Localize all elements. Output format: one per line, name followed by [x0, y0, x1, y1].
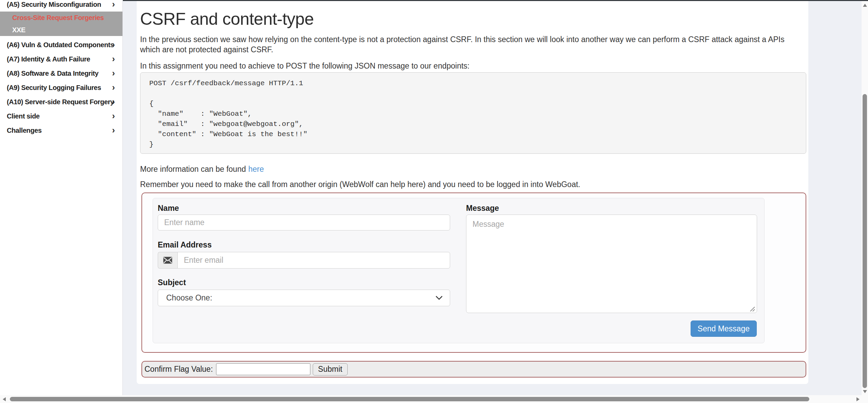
lesson-paragraph-intro: In the previous section we saw how relyi…	[140, 34, 806, 55]
vertical-scrollbar[interactable]	[862, 1, 868, 395]
page-background: CSRF and content-type In the previous se…	[123, 1, 862, 395]
message-textarea[interactable]	[466, 215, 757, 313]
chevron-right-icon: ›	[112, 97, 115, 106]
sidebar-item-label: XXE	[12, 26, 25, 34]
more-info-text: More information can be found	[140, 165, 246, 173]
chevron-right-icon: ›	[112, 83, 115, 92]
sidebar-item-client-side[interactable]: Client side ›	[0, 109, 122, 123]
email-label: Email Address	[158, 240, 212, 250]
chevron-down-icon	[435, 293, 443, 303]
horizontal-scrollbar[interactable]	[0, 395, 868, 403]
chevron-right-icon: ›	[112, 126, 115, 134]
message-label: Message	[466, 204, 499, 213]
scroll-down-arrow-icon[interactable]	[863, 390, 867, 393]
email-input-group	[158, 252, 450, 269]
lesson-sidebar: (A5) Security Misconfiguration › Cross-S…	[0, 1, 123, 395]
name-input[interactable]	[158, 215, 450, 231]
sidebar-item-cross-site-request-forgeries[interactable]: Cross-Site Request Forgeries	[0, 12, 122, 24]
chevron-right-icon: ›	[112, 69, 115, 77]
subject-label: Subject	[158, 278, 186, 287]
lesson-title: CSRF and content-type	[140, 9, 314, 29]
sidebar-item-label: (A8) Software & Data Integrity	[7, 70, 98, 77]
subject-selected-value: Choose One:	[166, 293, 212, 303]
sidebar-item-a8-software-data-integrity[interactable]: (A8) Software & Data Integrity ›	[0, 66, 122, 80]
horizontal-scrollbar-thumb[interactable]	[10, 397, 809, 401]
lesson-content-card: CSRF and content-type In the previous se…	[137, 1, 808, 384]
attack-form-container: Name Email Address	[141, 193, 806, 353]
sidebar-expanded-group: Cross-Site Request Forgeries XXE	[0, 12, 122, 36]
sidebar-item-a10-server-side-request-forgery[interactable]: (A10) Server-side Request Forgery ›	[0, 95, 122, 109]
sidebar-item-label: Challenges	[7, 127, 42, 134]
flag-submit-button[interactable]: Submit	[313, 363, 348, 375]
sidebar-item-label: (A6) Vuln & Outdated Components	[7, 41, 114, 49]
sidebar-item-a6-vuln-outdated-components[interactable]: (A6) Vuln & Outdated Components ›	[0, 38, 122, 52]
sidebar-item-label: (A5) Security Misconfiguration	[7, 1, 101, 8]
scroll-right-arrow-icon[interactable]	[856, 397, 860, 401]
sidebar-item-a7-identity-auth-failure[interactable]: (A7) Identity & Auth Failure ›	[0, 52, 122, 66]
scroll-left-arrow-icon[interactable]	[3, 397, 6, 401]
sidebar-selected-lesson-label: Cross-Site Request Forgeries	[12, 14, 104, 22]
vertical-scrollbar-thumb[interactable]	[863, 94, 867, 388]
sidebar-item-xxe[interactable]: XXE	[0, 24, 122, 36]
flag-label: Confirm Flag Value:	[144, 365, 213, 374]
form-left-column: Name Email Address	[158, 198, 450, 343]
flag-input[interactable]	[216, 363, 310, 375]
flag-confirm-container: Confirm Flag Value: Submit	[141, 361, 806, 378]
sidebar-item-label: (A9) Security Logging Failures	[7, 84, 101, 92]
lesson-paragraph-assignment: In this assignment you need to achieve t…	[140, 61, 806, 71]
here-link[interactable]: here	[248, 165, 264, 173]
sidebar-item-a5-security-misconfiguration[interactable]: (A5) Security Misconfiguration ›	[0, 1, 122, 12]
chevron-right-icon: ›	[112, 1, 115, 8]
chevron-right-icon: ›	[112, 40, 115, 49]
sidebar-item-label: (A7) Identity & Auth Failure	[7, 55, 90, 63]
sidebar-item-a9-security-logging-failures[interactable]: (A9) Security Logging Failures ›	[0, 80, 122, 95]
name-label: Name	[158, 204, 179, 213]
chevron-right-icon: ›	[112, 111, 115, 120]
sidebar-item-label: (A10) Server-side Request Forgery	[7, 98, 114, 106]
subject-select[interactable]: Choose One:	[158, 290, 450, 306]
feedback-form-panel: Name Email Address	[153, 198, 765, 343]
sidebar-item-challenges[interactable]: Challenges ›	[0, 123, 122, 138]
more-info-line: More information can be foundhere	[140, 164, 806, 174]
envelope-icon	[158, 252, 177, 269]
email-input[interactable]	[177, 252, 450, 269]
sidebar-item-label: Client side	[7, 112, 40, 120]
webgoat-lesson-screen: (A5) Security Misconfiguration › Cross-S…	[0, 0, 868, 403]
code-block-post-request: POST /csrf/feedback/message HTTP/1.1 { "…	[140, 72, 806, 154]
send-message-button[interactable]: Send Message	[691, 320, 757, 337]
chevron-right-icon: ›	[112, 54, 115, 63]
scroll-up-arrow-icon[interactable]	[863, 4, 867, 7]
remember-note: Remember you need to make the call from …	[140, 179, 806, 189]
